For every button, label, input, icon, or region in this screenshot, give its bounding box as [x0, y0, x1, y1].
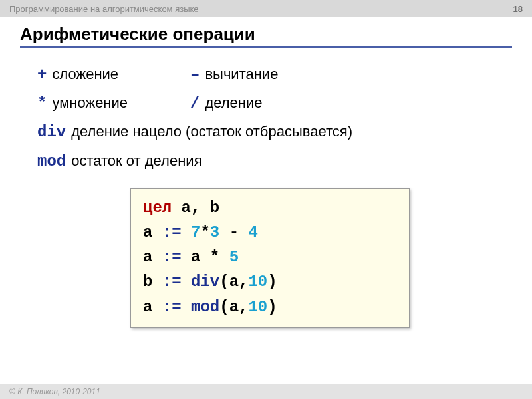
code-fn: div	[191, 273, 219, 291]
op-div: / деление	[190, 91, 503, 116]
op-idiv-symbol: div	[37, 120, 66, 144]
op-div-symbol: /	[190, 91, 200, 116]
code-num: 10	[248, 273, 267, 291]
page-number: 18	[513, 4, 523, 14]
header-bar: Программирование на алгоритмическом язык…	[0, 0, 532, 17]
code-text: )	[267, 298, 277, 316]
slide-title: Арифметические операции	[20, 24, 512, 48]
code-num: 5	[229, 248, 239, 266]
code-text	[182, 223, 191, 241]
code-text: a, b	[172, 199, 219, 217]
code-text	[182, 298, 191, 316]
code-op: :=	[162, 248, 182, 266]
code-line-4: b := div(a,10)	[143, 269, 397, 294]
code-line-2: a := 7*3 - 4	[143, 220, 397, 245]
code-text: a	[143, 223, 162, 241]
code-num: 4	[248, 223, 257, 241]
copyright-label: © К. Поляков, 2010-2011	[9, 387, 100, 396]
op-div-label: деление	[205, 92, 262, 114]
op-add: + сложение	[37, 63, 190, 87]
footer-bar: © К. Поляков, 2010-2011	[0, 384, 532, 399]
op-mod-symbol: mod	[37, 149, 66, 174]
op-idiv: div деление нацело (остаток отбрасываетс…	[37, 120, 503, 144]
code-text	[219, 248, 229, 266]
slide-content: + сложение – вычитание * умножение / дел…	[0, 51, 532, 328]
op-mul: * умножение	[37, 91, 190, 116]
code-keyword: цел	[143, 199, 172, 217]
code-fn: mod	[191, 298, 219, 316]
op-mul-label: умножение	[52, 92, 128, 114]
op-add-symbol: +	[37, 63, 47, 87]
code-line-1: цел a, b	[143, 196, 397, 220]
code-text: *	[200, 223, 209, 241]
code-text: )	[267, 273, 277, 291]
code-op: :=	[162, 298, 182, 316]
op-mod-label: остаток от деления	[71, 150, 201, 172]
code-text: b	[143, 273, 162, 291]
operations-grid: + сложение – вычитание * умножение / дел…	[37, 63, 503, 116]
op-idiv-label: деление нацело (остаток отбрасывается)	[71, 120, 352, 143]
code-text: -	[219, 223, 248, 241]
code-text: *	[210, 248, 219, 266]
code-text: (a,	[219, 273, 248, 291]
code-text	[182, 273, 191, 291]
code-num: 10	[248, 298, 267, 316]
op-mul-symbol: *	[37, 91, 47, 116]
code-block: цел a, b a := 7*3 - 4 a := a * 5 b := di…	[130, 188, 410, 328]
code-op: :=	[162, 223, 182, 241]
op-sub-label: вычитание	[205, 63, 278, 86]
course-title: Программирование на алгоритмическом язык…	[9, 4, 199, 14]
op-sub: – вычитание	[190, 63, 503, 87]
code-text: a	[143, 248, 162, 266]
code-text: a	[143, 298, 162, 316]
op-sub-symbol: –	[190, 63, 200, 87]
op-mod: mod остаток от деления	[37, 149, 503, 174]
code-line-5: a := mod(a,10)	[143, 295, 397, 319]
code-line-3: a := a * 5	[143, 245, 397, 269]
code-num: 3	[210, 223, 219, 241]
op-add-label: сложение	[52, 63, 118, 86]
code-text: a	[182, 248, 210, 266]
code-num: 7	[191, 223, 200, 241]
code-text: (a,	[219, 298, 248, 316]
code-op: :=	[162, 273, 182, 291]
